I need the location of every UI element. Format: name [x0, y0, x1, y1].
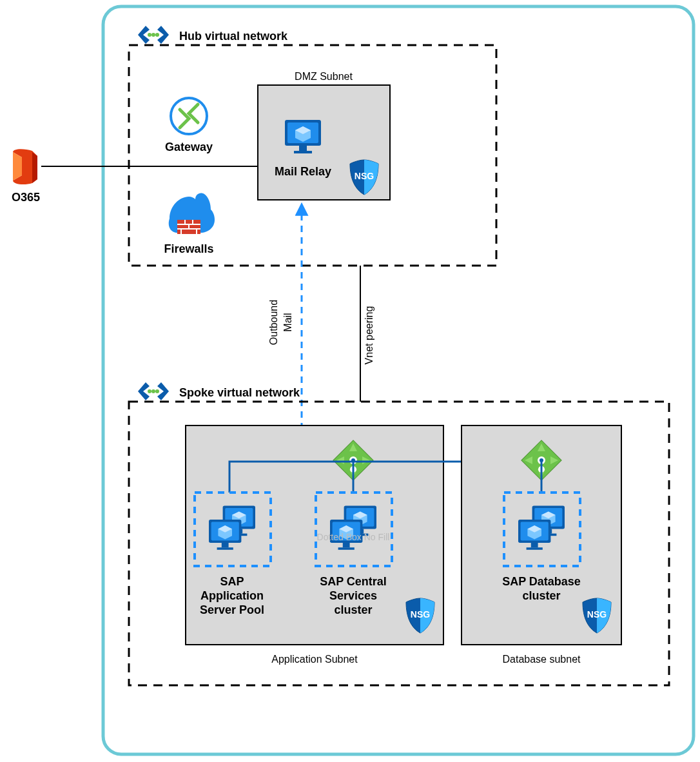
app-pool-label-2: Application — [200, 589, 264, 602]
central-label-3: cluster — [334, 603, 372, 616]
vnet-icon — [138, 382, 169, 400]
hub-vnet-title: Hub virtual network — [179, 30, 288, 43]
outbound-label: Outbound — [268, 300, 279, 345]
firewalls-label: Firewalls — [164, 242, 213, 255]
mail-relay-label: Mail Relay — [275, 165, 331, 178]
db-label-1: SAP Database — [502, 575, 581, 588]
spoke-vnet-title: Spoke virtual network — [179, 386, 300, 399]
o365-label: O365 — [12, 191, 40, 204]
central-label-1: SAP Central — [320, 575, 387, 588]
app-nsg-label: NSG — [411, 609, 430, 620]
svg-point-18 — [171, 98, 207, 134]
app-subnet-title: Application Subnet — [271, 654, 358, 665]
dmz-nsg-label: NSG — [355, 171, 374, 181]
watermark-text: Dotted Box No Fill — [317, 532, 390, 542]
firewalls-icon — [169, 193, 215, 234]
o365-icon — [12, 149, 40, 184]
vnet-icon — [138, 26, 169, 44]
db-nsg-label: NSG — [587, 609, 607, 620]
db-label-2: cluster — [522, 589, 560, 602]
db-subnet-title: Database subnet — [503, 654, 581, 665]
architecture-diagram: O365 Hub virtual network Gateway Firewal… — [0, 0, 700, 762]
app-pool-label-3: Server Pool — [200, 603, 264, 616]
vnet-peering-label: Vnet peering — [364, 306, 374, 365]
central-label-2: Services — [329, 589, 377, 602]
gateway-icon — [171, 98, 207, 134]
gateway-label: Gateway — [165, 141, 213, 153]
dmz-subnet-title: DMZ Subnet — [295, 71, 353, 82]
mail-label: Mail — [282, 313, 293, 331]
app-pool-label-1: SAP — [220, 575, 244, 588]
